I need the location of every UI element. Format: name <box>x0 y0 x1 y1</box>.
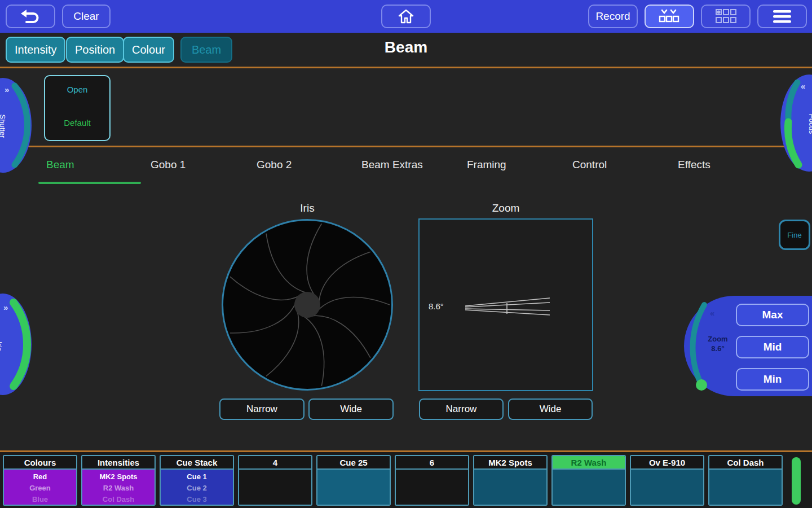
zoom-angle-value: 8.6° <box>429 301 444 311</box>
iris-visualisation[interactable] <box>222 219 393 391</box>
iris-wide-button[interactable]: Wide <box>308 398 394 420</box>
top-toolbar: Clear Record <box>0 0 812 33</box>
zoom-encoder-collapse-icon: « <box>710 308 714 318</box>
clear-button-label: Clear <box>73 10 99 23</box>
tab-beam[interactable]: Beam <box>180 37 232 63</box>
zoom-max-button[interactable]: Max <box>736 304 809 326</box>
iris-wide-label: Wide <box>340 404 362 415</box>
playback-line: Cue 2 <box>161 483 233 494</box>
playback-cell-col-dash[interactable]: Col Dash <box>708 455 783 506</box>
zoom-mid-label: Mid <box>764 341 782 353</box>
iris-narrow-label: Narrow <box>246 404 277 415</box>
focus-wheel-label: Focus <box>807 114 812 134</box>
subtab-control[interactable]: Control <box>572 159 607 171</box>
playback-cell-intensities[interactable]: Intensities MK2 Spots R2 Wash Col Dash <box>81 455 156 506</box>
zoom-min-button[interactable]: Min <box>736 368 809 391</box>
zoom-beam-graphic <box>420 220 592 390</box>
iris-expand-icon: » <box>3 303 8 312</box>
clear-button[interactable]: Clear <box>62 5 111 28</box>
iris-encoder-wheel[interactable]: » Iris <box>0 294 32 395</box>
zoom-mid-button[interactable]: Mid <box>736 336 809 358</box>
playback-body: MK2 Spots R2 Wash Col Dash <box>82 470 155 505</box>
tab-colour-label: Colour <box>132 43 165 56</box>
attribute-tab-row: Intensity Position Colour Beam Beam <box>0 33 812 67</box>
palette-open-default[interactable]: Open Default <box>44 75 111 141</box>
iris-blades-graphic <box>223 221 391 389</box>
playback-header: R2 Wash <box>553 456 625 470</box>
playback-faders-icon <box>657 8 681 24</box>
tab-colour[interactable]: Colour <box>123 37 174 63</box>
page-title: Beam <box>321 38 491 56</box>
playback-cell-r2-wash[interactable]: R2 Wash <box>551 455 626 506</box>
zoom-narrow-button[interactable]: Narrow <box>419 398 504 420</box>
playback-body: Red Green Blue <box>4 470 76 505</box>
playback-body: Cue 1 Cue 2 Cue 3 <box>161 470 233 505</box>
back-undo-icon <box>20 8 41 24</box>
zoom-narrow-label: Narrow <box>446 404 477 415</box>
palette-open-label: Open <box>45 85 109 94</box>
hamburger-menu-icon <box>772 9 792 24</box>
shutter-wheel-label: Shutter <box>0 115 7 138</box>
playback-header: MK2 Spots <box>474 456 546 470</box>
zoom-encoder-label-name: Zoom <box>700 334 736 344</box>
zoom-encoder-panel[interactable]: « Zoom 8.6° Max Mid Min <box>684 296 812 396</box>
playback-cell-ov-e910[interactable]: Ov E-910 <box>630 455 704 506</box>
subtab-beam-extras[interactable]: Beam Extras <box>361 159 423 171</box>
home-button[interactable] <box>381 5 431 28</box>
shutter-expand-icon: » <box>5 85 9 94</box>
playback-strip: Colours Red Green Blue Intensities MK2 S… <box>0 452 812 508</box>
playback-body <box>317 470 390 505</box>
playback-line: Green <box>4 483 76 494</box>
zoom-min-label: Min <box>764 373 782 386</box>
playback-line: Cue 3 <box>161 494 233 505</box>
playback-cell-4[interactable]: 4 <box>238 455 312 506</box>
shutter-encoder-wheel[interactable]: » Shutter <box>0 78 32 173</box>
home-icon <box>398 8 414 24</box>
playback-line: MK2 Spots <box>82 471 155 483</box>
menu-button[interactable] <box>757 5 807 28</box>
focus-encoder-wheel[interactable]: « Focus <box>780 75 812 172</box>
subtab-gobo1[interactable]: Gobo 1 <box>151 159 186 171</box>
playback-cell-6[interactable]: 6 <box>395 455 469 506</box>
master-fader-indicator[interactable] <box>792 457 801 505</box>
tab-position-label: Position <box>75 43 115 56</box>
divider-palettes <box>0 146 812 147</box>
playback-cell-colours[interactable]: Colours Red Green Blue <box>3 455 77 506</box>
subtab-effects[interactable]: Effects <box>678 159 710 171</box>
playback-cell-cue-stack[interactable]: Cue Stack Cue 1 Cue 2 Cue 3 <box>160 455 234 506</box>
subtab-gobo2[interactable]: Gobo 2 <box>257 159 292 171</box>
fine-button[interactable]: Fine <box>779 220 810 250</box>
iris-narrow-button[interactable]: Narrow <box>219 398 304 420</box>
windows-view-button[interactable] <box>701 5 751 28</box>
zoom-encoder-label-value: 8.6° <box>700 344 736 353</box>
subtab-framing[interactable]: Framing <box>467 159 506 171</box>
playback-body <box>631 470 703 505</box>
zoom-wide-label: Wide <box>540 404 562 415</box>
playback-header: Cue 25 <box>317 456 390 470</box>
record-button[interactable]: Record <box>588 5 638 28</box>
zoom-encoder-label: Zoom 8.6° <box>700 334 736 353</box>
zoom-visualisation[interactable] <box>418 218 593 391</box>
tab-intensity[interactable]: Intensity <box>6 37 65 63</box>
playback-cell-cue-25[interactable]: Cue 25 <box>316 455 391 506</box>
playback-cell-mk2-spots[interactable]: MK2 Spots <box>473 455 548 506</box>
playbacks-view-button[interactable] <box>645 5 694 28</box>
playback-line: Cue 1 <box>161 471 233 483</box>
playback-body <box>396 470 468 505</box>
subtab-beam[interactable]: Beam <box>46 159 74 171</box>
subtab-active-underline <box>38 182 141 184</box>
playback-line: Blue <box>4 494 76 505</box>
back-button[interactable] <box>6 5 55 28</box>
playback-header: Col Dash <box>709 456 782 470</box>
fine-button-label: Fine <box>787 231 801 239</box>
windows-grid-icon <box>714 8 737 24</box>
palette-default-label: Default <box>45 118 109 128</box>
zoom-wide-button[interactable]: Wide <box>508 398 593 420</box>
playback-body <box>553 470 625 505</box>
playback-header: Ov E-910 <box>631 456 703 470</box>
playback-body <box>474 470 546 505</box>
playback-header: 6 <box>396 456 468 470</box>
playback-body <box>709 470 782 505</box>
zoom-max-label: Max <box>762 309 783 321</box>
tab-position[interactable]: Position <box>66 37 124 63</box>
